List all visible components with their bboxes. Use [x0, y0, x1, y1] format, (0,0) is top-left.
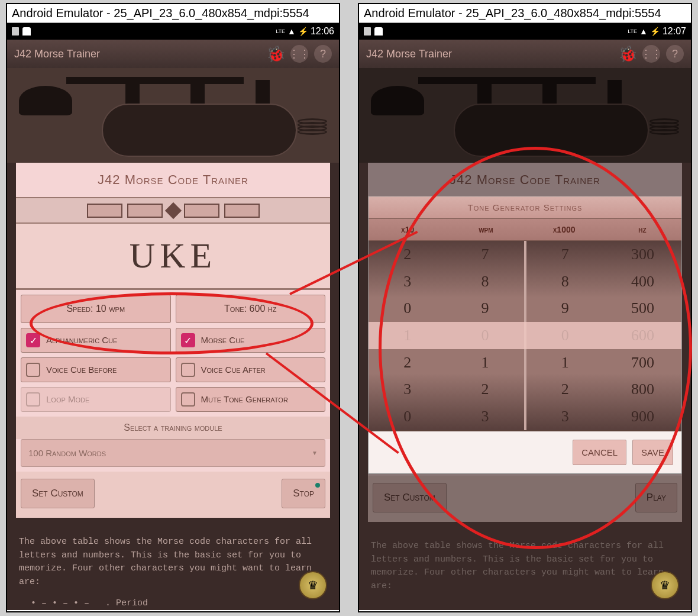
help-icon[interactable]: ? [666, 45, 684, 63]
dialog-title: Tone Generator Settings [369, 196, 681, 218]
battery-icon: ⚡ [298, 27, 308, 36]
app-title: J42 Morse Trainer [366, 48, 452, 60]
dropdown-arrow-icon: ▼ [312, 450, 318, 456]
phone-screen: LTE ▲ ⚡ 12:07 J42 Morse Trainer 🐞 ⋮⋮ ? [359, 23, 691, 610]
tone-button[interactable]: Tone: 600 hz [176, 295, 326, 323]
footer-text: The above table shows the Morse code cha… [359, 522, 691, 599]
sd-card-icon [12, 27, 19, 36]
picker-headers: x10 wpm x1000 hz [369, 218, 681, 241]
picker-body: 2 3 0 1 2 3 0 7 8 9 0 1 2 [369, 241, 681, 430]
app-bar: J42 Morse Trainer 🐞 ⋮⋮ ? [7, 40, 339, 68]
main-card: J42 Morse Code Trainer UKE Speed: 10 wpm… [16, 163, 330, 518]
header-hz: hz [603, 219, 681, 240]
save-button[interactable]: SAVE [632, 440, 673, 465]
set-custom-button[interactable]: Set Custom [373, 483, 447, 512]
sd-card-icon [364, 27, 371, 36]
mute-tone-option[interactable]: Mute Tone Generator [176, 387, 326, 412]
status-dot-icon [315, 483, 320, 488]
play-button[interactable]: Play [635, 483, 677, 512]
checkbox-icon [181, 363, 195, 377]
footer-list-item: • – • – • – . Period [7, 595, 339, 612]
status-bar: LTE ▲ ⚡ 12:06 [7, 23, 339, 40]
morse-key-image [7, 68, 339, 163]
speed-button[interactable]: Speed: 10 wpm [21, 295, 171, 323]
voice-after-option[interactable]: Voice Cue After [176, 357, 326, 382]
battery-icon: ⚡ [650, 27, 660, 36]
cancel-button[interactable]: CANCEL [573, 440, 626, 465]
stop-button[interactable]: Stop [282, 479, 325, 508]
clock: 12:07 [663, 26, 686, 37]
card-title: J42 Morse Code Trainer [16, 163, 330, 197]
fab-button[interactable]: ♛ [651, 571, 679, 599]
bug-icon[interactable]: 🐞 [267, 45, 285, 63]
clock: 12:06 [311, 26, 334, 37]
morse-key-image [359, 68, 691, 163]
crown-icon: ♛ [308, 578, 318, 592]
lte-label: LTE [628, 28, 637, 34]
current-word: UKE [16, 224, 330, 290]
loop-mode-option[interactable]: Loop Mode [21, 387, 171, 412]
checkbox-checked-icon: ✓ [181, 333, 195, 347]
status-bar: LTE ▲ ⚡ 12:07 [359, 23, 691, 40]
checkbox-icon [181, 392, 195, 407]
emulator-window-right: Android Emulator - 25_API_23_6.0_480x854… [358, 3, 692, 612]
header-wpm: wpm [447, 219, 525, 240]
checkbox-checked-icon: ✓ [26, 333, 40, 347]
app-title: J42 Morse Trainer [14, 48, 100, 60]
decoration [16, 197, 330, 224]
header-x1000: x1000 [525, 219, 603, 240]
signal-icon: ▲ [287, 27, 296, 36]
phone-screen: LTE ▲ ⚡ 12:06 J42 Morse Trainer 🐞 ⋮⋮ ? [7, 23, 339, 610]
alphanumeric-cue-option[interactable]: ✓ Alphanumeric Cue [21, 328, 171, 353]
debug-icon [374, 27, 383, 36]
set-custom-button[interactable]: Set Custom [21, 479, 95, 508]
tone-settings-dialog: Tone Generator Settings x10 wpm x1000 hz… [368, 163, 682, 474]
footer-text: The above table shows the Morse code cha… [7, 518, 339, 595]
share-icon[interactable]: ⋮⋮ [642, 45, 660, 63]
signal-icon: ▲ [639, 27, 648, 36]
debug-icon [22, 27, 31, 36]
window-title: Android Emulator - 25_API_23_6.0_480x854… [7, 4, 339, 23]
morse-cue-option[interactable]: ✓ Morse Cue [176, 328, 326, 353]
fab-button[interactable]: ♛ [299, 571, 327, 599]
voice-before-option[interactable]: Voice Cue Before [21, 357, 171, 382]
module-section-label: Select a training module [16, 417, 330, 439]
emulator-window-left: Android Emulator - 25_API_23_6.0_480x854… [6, 3, 340, 612]
bug-icon[interactable]: 🐞 [619, 45, 636, 63]
checkbox-icon [26, 392, 40, 407]
app-bar: J42 Morse Trainer 🐞 ⋮⋮ ? [359, 40, 691, 68]
window-title: Android Emulator - 25_API_23_6.0_480x854… [359, 4, 691, 23]
share-icon[interactable]: ⋮⋮ [290, 45, 308, 63]
crown-icon: ♛ [660, 578, 670, 592]
lte-label: LTE [276, 28, 285, 34]
help-icon[interactable]: ? [314, 45, 332, 63]
checkbox-icon [26, 363, 40, 377]
picker-selection-highlight [369, 322, 681, 349]
module-dropdown[interactable]: 100 Random Words ▼ [21, 439, 325, 467]
